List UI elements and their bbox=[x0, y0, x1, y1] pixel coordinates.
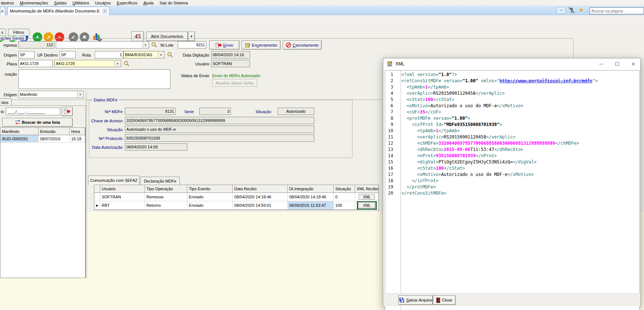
uf-destino-field[interactable]: SP bbox=[59, 51, 76, 58]
observacao-textarea[interactable] bbox=[18, 69, 170, 89]
uf-origem-label: Origem bbox=[0, 53, 17, 57]
menu-item-movimentacoes[interactable]: Movimentações bbox=[17, 1, 51, 5]
atualiza-status-sefaz-button[interactable]: Atualiza Status Sefaz bbox=[212, 79, 257, 87]
placa-search-icon[interactable] bbox=[124, 61, 130, 67]
xml-button[interactable]: XML bbox=[358, 202, 375, 208]
situacao-cell[interactable]: 100 bbox=[334, 201, 355, 210]
xml-line: 1<?xml version="1.0"?> bbox=[385, 72, 639, 78]
unpin-icon[interactable] bbox=[567, 7, 575, 15]
column-header[interactable]: Emissão bbox=[39, 128, 70, 135]
menu-item-usuarios[interactable]: Usuários bbox=[92, 1, 114, 5]
buscar-lista-button[interactable]: Buscar de uma lista bbox=[2, 118, 73, 127]
rota-number-value: 1 bbox=[120, 53, 122, 57]
xml-line: 6 <xMotivo>Autorizado o uso do MDF-e</xM… bbox=[385, 103, 639, 109]
tab-comunicacao-sefaz[interactable]: Comunicação com SEFAZ bbox=[88, 176, 140, 185]
salvar-arquivo-button[interactable]: Salvar Arquivo bbox=[398, 295, 433, 305]
tipo-evento-cell[interactable]: Enviado bbox=[187, 193, 233, 201]
focused-cell-border: XML bbox=[357, 201, 377, 210]
table-row[interactable]: ▶ RBT Retorno Enviado 08/04/2020 14:59:0… bbox=[94, 201, 379, 210]
cancelamento-button[interactable]: Cancelamento bbox=[283, 40, 322, 50]
xml-line: 19 </protMDFe> bbox=[385, 184, 639, 190]
menu-item-utilitarios[interactable]: Utilitários bbox=[69, 1, 92, 5]
xml-line: 20</retConsSitMDFe> bbox=[385, 190, 639, 197]
tab-partial[interactable]: o bbox=[0, 7, 5, 15]
column-header[interactable]: Usuário bbox=[100, 185, 145, 193]
tab-filtros-label: Filtros bbox=[13, 30, 24, 35]
xml-viewer[interactable]: 1<?xml version="1.0"?>2<retConsSitMDFe v… bbox=[385, 70, 640, 310]
tab-manifestos[interactable]: stos bbox=[0, 98, 12, 106]
xml-line: 12 <chMDFe>33200406979577000688580030000… bbox=[385, 140, 639, 147]
encerramento-button[interactable]: Encerramento bbox=[242, 40, 281, 50]
add-arrow-icon bbox=[64, 109, 70, 114]
close-window-button[interactable]: ✕ bbox=[626, 58, 641, 69]
uf-destino-label: UF Destino bbox=[37, 53, 58, 57]
tipo-operacao-cell[interactable]: Remessa bbox=[145, 193, 188, 201]
close-label: Close bbox=[442, 298, 452, 302]
chave-acesso-field: 3320040697957700068858003000009131299999… bbox=[125, 117, 314, 124]
manifesto-add-button[interactable] bbox=[62, 107, 73, 116]
data-recibo-cell[interactable]: 08/04/2020 14:59:01 bbox=[233, 201, 288, 210]
chevron-down-icon[interactable]: ▼ bbox=[77, 91, 83, 97]
nr-mdfe-value: 9131 bbox=[165, 109, 174, 113]
dt-integracao-cell[interactable]: 06/09/2015 11:53:47 bbox=[288, 201, 334, 210]
data-recibo-cell[interactable]: 08/04/2020 14:18:46 bbox=[233, 193, 288, 201]
maximize-button[interactable] bbox=[609, 58, 625, 69]
minimize-button[interactable] bbox=[593, 58, 609, 69]
column-header[interactable]: Tipo Evento bbox=[187, 185, 233, 193]
empresa-search-icon[interactable] bbox=[151, 42, 157, 48]
chevron-down-icon[interactable]: ▼ bbox=[115, 61, 120, 66]
list-item[interactable]: /RJO-0000291 08/07/2019 15:18 bbox=[0, 135, 85, 143]
column-header[interactable]: XML Recibo bbox=[355, 185, 379, 193]
menu-item-ajuda[interactable]: Ajuda bbox=[140, 1, 156, 5]
menu-item-cadastros[interactable]: dastros bbox=[0, 1, 17, 5]
close-button[interactable]: Close bbox=[433, 295, 456, 305]
origem-combo-value: Manifesto bbox=[20, 92, 37, 97]
menu-item-saidas[interactable]: Saídas bbox=[51, 1, 69, 5]
column-header[interactable]: Manifesto bbox=[0, 128, 39, 135]
tipo-operacao-cell[interactable]: Retorno bbox=[145, 201, 188, 210]
xml-button[interactable]: XML bbox=[359, 194, 375, 200]
situacao-cell[interactable]: 0 bbox=[334, 193, 355, 201]
xml-dialog-buttonbar: Salvar Arquivo Close bbox=[384, 293, 640, 306]
column-header[interactable]: Data Recibo bbox=[233, 185, 288, 193]
tab-movimentacao-mdfe[interactable]: Movimentação de MDFe (Manifesto Document… bbox=[7, 7, 109, 15]
empresa-combo[interactable]: ▼ bbox=[56, 41, 149, 48]
search-input[interactable] bbox=[590, 7, 644, 14]
column-header[interactable]: Situação bbox=[334, 185, 355, 193]
favorite-star-icon[interactable]: ★ bbox=[579, 7, 584, 13]
tab-filtros[interactable]: Filtros bbox=[8, 29, 29, 36]
origem-combo[interactable]: Manifesto▼ bbox=[18, 91, 84, 98]
manifesto-number-input[interactable] bbox=[6, 108, 60, 115]
chevron-down-icon[interactable]: ▼ bbox=[158, 52, 164, 58]
tab-declaracao-mdfe[interactable]: Declaração MDFe bbox=[140, 177, 180, 185]
rota-combo[interactable]: BMA/RJO/CAS▼ bbox=[123, 51, 164, 58]
manifesto-cell[interactable]: /RJO-0000291 bbox=[0, 135, 39, 143]
chevron-down-icon[interactable] bbox=[557, 7, 565, 14]
placa-field[interactable]: AKG-1729 bbox=[18, 60, 53, 67]
menu-item-sair[interactable]: Sair do Sistema bbox=[156, 1, 191, 5]
tab-close-icon[interactable]: ✕ bbox=[103, 9, 107, 14]
rota-search-icon[interactable] bbox=[167, 52, 173, 58]
empresa-label: mpresa bbox=[0, 43, 17, 47]
dt-integracao-cell[interactable]: 08/04/2020 14:18:46 bbox=[288, 193, 334, 201]
empresa-field[interactable]: 110 bbox=[18, 41, 54, 48]
uf-origem-field[interactable]: SP bbox=[18, 51, 35, 58]
nr-lote-field[interactable]: 9211 bbox=[178, 41, 206, 48]
column-header[interactable]: Dt.Integração bbox=[288, 185, 334, 193]
placa-combo[interactable]: AKG-1729▼ bbox=[54, 60, 121, 67]
cancelamento-icon bbox=[286, 42, 291, 48]
usuario-cell[interactable]: RBT bbox=[100, 201, 145, 210]
table-row[interactable]: SOFTRAN Remessa Enviado 08/04/2020 14:18… bbox=[94, 193, 379, 201]
envio-button[interactable]: Envio bbox=[209, 40, 239, 50]
usuario-cell[interactable]: SOFTRAN bbox=[100, 193, 145, 201]
data-digitacao-value: 08/04/2020 14:16 bbox=[213, 53, 244, 57]
chevron-down-icon[interactable]: ▼ bbox=[142, 42, 148, 48]
column-header[interactable]: Tipo Operação bbox=[145, 185, 188, 193]
menu-item-especificos[interactable]: Específicos bbox=[114, 1, 140, 5]
emissao-cell[interactable]: 08/07/2019 bbox=[39, 135, 70, 143]
placa-value: AKG-1729 bbox=[20, 61, 39, 66]
tab-dados[interactable]: s bbox=[0, 29, 6, 36]
xml-recibo-cell: XML bbox=[355, 193, 379, 201]
rota-number-field[interactable]: 1 bbox=[95, 51, 123, 58]
tipo-evento-cell[interactable]: Enviado bbox=[187, 201, 233, 210]
